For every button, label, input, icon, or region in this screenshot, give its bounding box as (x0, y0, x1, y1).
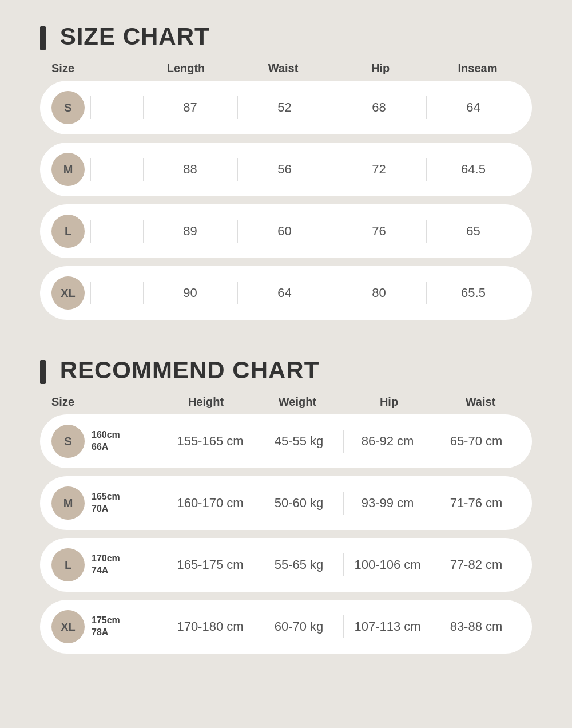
rec-divider (133, 430, 133, 453)
waist-cell: 64 (237, 286, 332, 300)
rec-size-cell-container: L 170cm74A (51, 548, 166, 581)
hip-cell: 68 (332, 100, 426, 115)
rec-weight-cell: 55-65 kg (255, 557, 343, 572)
rec-waist-cell: 65-70 cm (432, 434, 521, 449)
size-chart-title: SIZE CHART (40, 23, 532, 50)
rec-size-label: 170cm74A (92, 553, 120, 577)
rec-size-label: 160cm66A (92, 429, 120, 453)
size-chart-row: L 89 60 76 65 (40, 204, 532, 258)
length-cell: 89 (143, 224, 237, 239)
recommend-chart-section: RECOMMEND CHART Size Height Weight Hip W… (40, 357, 532, 654)
waist-cell: 60 (237, 224, 332, 239)
rec-height-cell: 170-180 cm (166, 619, 255, 634)
length-cell: 90 (143, 286, 237, 300)
size-chart-title-text: SIZE CHART (60, 23, 210, 50)
rec-size-badge: M (51, 486, 85, 520)
rec-title-bar-icon (40, 360, 46, 384)
recommend-chart-rows: S 160cm66A 155-165 cm 45-55 kg 86-92 cm … (40, 414, 532, 654)
rec-divider (133, 553, 133, 576)
length-cell: 87 (143, 100, 237, 115)
recommend-chart-row: L 170cm74A 165-175 cm 55-65 kg 100-106 c… (40, 538, 532, 592)
title-bar-icon (40, 26, 46, 50)
inseam-cell: 64.5 (426, 162, 521, 177)
rec-divider (133, 492, 133, 515)
rec-hip-cell: 93-99 cm (343, 496, 432, 511)
rec-size-badge: XL (51, 610, 85, 643)
cell-divider (90, 158, 91, 181)
rec-size-label: 175cm78A (92, 615, 120, 639)
recommend-chart-headers: Size Height Weight Hip Waist (40, 395, 532, 409)
inseam-cell: 65.5 (426, 286, 521, 300)
rec-size-badge: S (51, 425, 85, 458)
rec-height-cell: 155-165 cm (166, 434, 255, 449)
rec-height-col-header: Height (160, 395, 252, 409)
hip-cell: 76 (332, 224, 426, 239)
inseam-col-header: Inseam (429, 62, 526, 75)
rec-divider (133, 615, 133, 638)
rec-weight-col-header: Weight (252, 395, 343, 409)
rec-size-cell-container: S 160cm66A (51, 425, 166, 458)
hip-cell: 72 (332, 162, 426, 177)
size-cell-container: M (51, 153, 143, 186)
cell-divider (90, 96, 91, 119)
cell-divider (90, 282, 91, 304)
rec-hip-cell: 100-106 cm (343, 557, 432, 572)
size-chart-rows: S 87 52 68 64 M 88 56 72 64.5 L 89 60 76… (40, 81, 532, 320)
rec-size-cell-container: XL 175cm78A (51, 610, 166, 643)
waist-cell: 52 (237, 100, 332, 115)
rec-height-cell: 165-175 cm (166, 557, 255, 572)
rec-size-badge: L (51, 548, 85, 581)
rec-size-col-header: Size (46, 395, 160, 409)
size-chart-section: SIZE CHART Size Length Waist Hip Inseam … (40, 23, 532, 320)
cell-divider (90, 220, 91, 243)
size-badge: L (51, 215, 85, 248)
rec-weight-cell: 50-60 kg (255, 496, 343, 511)
hip-cell: 80 (332, 286, 426, 300)
inseam-cell: 64 (426, 100, 521, 115)
rec-hip-col-header: Hip (343, 395, 435, 409)
rec-size-cell-container: M 165cm70A (51, 486, 166, 520)
rec-weight-cell: 60-70 kg (255, 619, 343, 634)
rec-weight-cell: 45-55 kg (255, 434, 343, 449)
rec-hip-cell: 86-92 cm (343, 434, 432, 449)
size-chart-row: M 88 56 72 64.5 (40, 143, 532, 196)
recommend-chart-title-text: RECOMMEND CHART (60, 357, 320, 383)
size-col-header: Size (46, 62, 137, 75)
size-cell-container: S (51, 91, 143, 124)
rec-height-cell: 160-170 cm (166, 496, 255, 511)
waist-col-header: Waist (235, 62, 332, 75)
recommend-chart-row: XL 175cm78A 170-180 cm 60-70 kg 107-113 … (40, 600, 532, 654)
length-cell: 88 (143, 162, 237, 177)
size-cell-container: L (51, 215, 143, 248)
rec-waist-col-header: Waist (435, 395, 526, 409)
size-chart-row: XL 90 64 80 65.5 (40, 266, 532, 320)
rec-waist-cell: 83-88 cm (432, 619, 521, 634)
recommend-chart-row: S 160cm66A 155-165 cm 45-55 kg 86-92 cm … (40, 414, 532, 468)
size-badge: M (51, 153, 85, 186)
size-badge: S (51, 91, 85, 124)
inseam-cell: 65 (426, 224, 521, 239)
hip-col-header: Hip (332, 62, 429, 75)
waist-cell: 56 (237, 162, 332, 177)
rec-size-label: 165cm70A (92, 491, 120, 515)
length-col-header: Length (137, 62, 235, 75)
size-chart-row: S 87 52 68 64 (40, 81, 532, 134)
size-badge: XL (51, 276, 85, 310)
rec-waist-cell: 71-76 cm (432, 496, 521, 511)
recommend-chart-row: M 165cm70A 160-170 cm 50-60 kg 93-99 cm … (40, 476, 532, 530)
page-container: SIZE CHART Size Length Waist Hip Inseam … (40, 23, 532, 705)
size-cell-container: XL (51, 276, 143, 310)
rec-waist-cell: 77-82 cm (432, 557, 521, 572)
rec-hip-cell: 107-113 cm (343, 619, 432, 634)
recommend-chart-title: RECOMMEND CHART (40, 357, 532, 384)
size-chart-headers: Size Length Waist Hip Inseam (40, 62, 532, 75)
